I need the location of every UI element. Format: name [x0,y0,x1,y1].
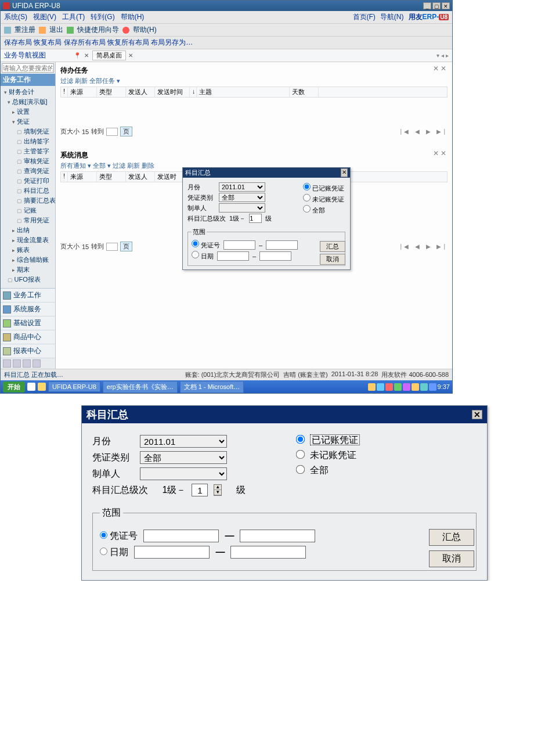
dlg-radio-unposted[interactable]: 未记账凭证 [297,449,360,462]
menu-system[interactable]: 系统(S) [4,12,27,22]
dlg-radio-all-s[interactable]: 全部 [303,205,344,215]
tree-voucher[interactable]: 凭证 [1,117,55,127]
start-button[interactable]: 开始 [3,381,25,393]
pager-nav[interactable]: |◀ ◀ ▶ ▶| [400,128,448,135]
dlg-maker-select-s[interactable] [219,203,265,213]
toolbar-layout[interactable]: 保存布局 恢复布局 保存所有布局 恢复所有布局 布局另存为… [1,37,452,49]
search-input[interactable] [2,63,54,73]
dlg-month-select[interactable]: 2011.01 [140,435,227,448]
dlg-month-select-s[interactable]: 2011.01 [219,182,265,192]
quicklaunch-icon-1[interactable] [27,383,35,391]
pager-page-input[interactable] [106,128,118,136]
tab-desktop[interactable]: 简易桌面 [92,51,126,60]
taskbar-app-2[interactable]: erp实验任务书《实验… [103,381,178,393]
tray-icon-8[interactable] [429,383,436,391]
tray-icon-4[interactable] [394,383,402,391]
tree-gl[interactable]: 总账[演示版] [1,97,55,107]
taskbar-app-3[interactable]: 文档 1 - Microsoft… [180,381,244,393]
taskbar-app-1[interactable]: UFIDA ERP-U8 [48,381,100,392]
dlg-range-no-s[interactable]: 凭证号 [192,240,220,250]
group-report[interactable]: 报表中心 [1,344,55,358]
dlg-date-from[interactable] [134,546,210,559]
dlg-range-by-date[interactable]: 日期 [100,546,128,559]
col2-time[interactable]: 发送时 [155,172,184,182]
col-days[interactable]: 天数 [290,87,319,97]
tree-fill-voucher[interactable]: 填制凭证 [1,127,55,136]
tree-finance[interactable]: 财务会计 [1,87,55,97]
pending-filter[interactable]: 过滤 刷新 全部任务 ▾ [60,77,448,85]
tree-query-voucher[interactable]: 查询凭证 [1,166,55,176]
dlg-type-select[interactable]: 全部 [140,451,227,464]
dlg-level-spinner[interactable]: ▲▼ [214,484,222,496]
tree-supervisor-sign[interactable]: 主管签字 [1,146,55,156]
tree-audit-voucher[interactable]: 审核凭证 [1,156,55,166]
dlg-date-from-s[interactable] [217,251,249,261]
col2-type[interactable]: 类型 [97,172,126,182]
pending-close-icon[interactable]: ✕ ✕ [433,64,446,73]
tray-icon-6[interactable] [412,383,419,391]
col2-sender[interactable]: 发送人 [126,172,155,182]
layout-actions[interactable]: 保存布局 恢复布局 保存所有布局 恢复所有布局 布局另存为… [4,38,193,46]
col-sender[interactable]: 发送人 [126,87,155,97]
nav-close-icon[interactable]: ✕ [84,52,89,59]
tray-icon-2[interactable] [377,383,384,391]
dlg-radio-posted[interactable]: 已记账凭证 [297,434,360,447]
menu-help[interactable]: 帮助(H) [121,12,145,22]
dlg-range-date-s[interactable]: 日期 [192,251,214,261]
mini-icon-3[interactable] [23,359,31,368]
pager2-nav[interactable]: |◀ ◀ ▶ ▶| [400,243,448,250]
dlg-range-by-no[interactable]: 凭证号 [100,530,138,542]
menu-tools[interactable]: 工具(T) [62,12,85,22]
quicklaunch-icon-2[interactable] [38,383,46,391]
dlg-radio-all[interactable]: 全部 [297,465,360,477]
tray-icon-1[interactable] [368,383,376,391]
group-biz[interactable]: 业务工作 [1,289,55,303]
help-button[interactable]: 帮助(H) [133,25,157,35]
dlg-no-from-s[interactable] [223,240,255,250]
tree-post[interactable]: 记账 [1,206,55,215]
col2-src[interactable]: 来源 [68,172,97,182]
spin-down-icon[interactable]: ▼ [214,490,221,495]
dlg-no-to-s[interactable] [266,240,298,250]
nav-link[interactable]: 导航(N) [380,12,404,22]
tray-icon-5[interactable] [403,383,410,391]
col-subj[interactable]: 主题 [197,87,290,97]
dlg-date-to-s[interactable] [259,251,291,261]
dlg-close-button[interactable]: ✕ [472,410,482,419]
dlg-radio-posted-s[interactable]: 已记账凭证 [303,183,344,193]
col-sort-icon[interactable]: ↓ [190,87,197,97]
tree-aux[interactable]: 综合辅助账 [1,255,55,265]
maximize-button[interactable]: ▢ [432,2,441,9]
tree-books[interactable]: 账表 [1,245,55,255]
tray-icon-3[interactable] [385,383,393,391]
dlg-level-input[interactable] [192,484,208,496]
pager2-go-button[interactable]: 页 [120,242,132,251]
tree-ufo[interactable]: UFO报表 [1,275,55,285]
tree-period-end[interactable]: 期末 [1,265,55,275]
home-link[interactable]: 首页(F) [353,12,376,22]
panel-pin-icon[interactable]: ▾ ◂ ▸ [436,52,449,59]
pager2-page-input[interactable] [106,243,118,251]
dlg-cancel-button-s[interactable]: 取消 [320,254,345,265]
dlg-level-input-s[interactable] [249,214,262,223]
tray-icon-7[interactable] [420,383,428,391]
exit-button[interactable]: 退出 [49,25,63,35]
tab-close-icon[interactable]: ✕ [128,52,133,59]
dlg-date-to[interactable] [230,546,306,559]
dlg-no-to[interactable] [240,530,315,542]
dlg-type-select-s[interactable]: 全部 [219,193,265,202]
mini-icon-1[interactable] [3,359,11,368]
pager-go-button[interactable]: 页 [120,127,132,136]
col-src[interactable]: 来源 [68,87,97,97]
sysmsg-close-icon[interactable]: ✕ ✕ [433,149,446,157]
dlg-sum-button-s[interactable]: 汇总 [320,241,345,252]
dlg-maker-select[interactable] [140,467,227,480]
dlg-cancel-button[interactable]: 取消 [429,550,474,567]
menu-view[interactable]: 视图(V) [33,12,56,22]
tree-common-voucher[interactable]: 常用凭证 [1,215,55,225]
rereg-button[interactable]: 重注册 [15,25,35,35]
dlg-no-from[interactable] [143,530,219,542]
group-mall[interactable]: 商品中心 [1,330,55,344]
tree-cashier[interactable]: 出纳 [1,225,55,235]
dlg-sum-button[interactable]: 汇总 [429,529,474,546]
